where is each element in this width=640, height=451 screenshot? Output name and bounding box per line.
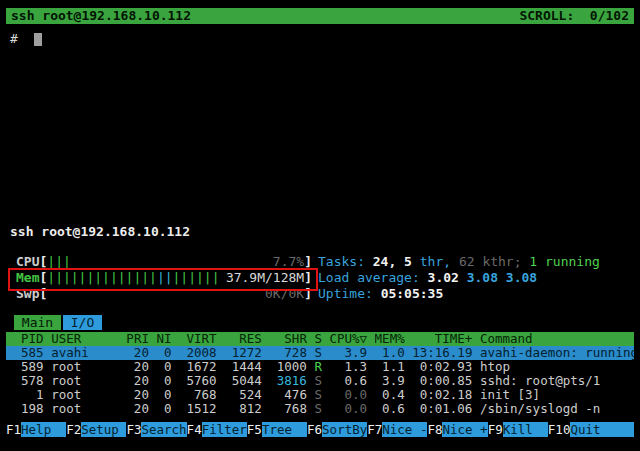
process-row[interactable]: 1root200768524476S0.00.40:02.18init [3] <box>6 388 634 402</box>
load-1min: 3.02 <box>428 270 467 285</box>
fkey-label-f5[interactable]: Tree <box>262 422 307 437</box>
process-row[interactable]: 589root200167214441000R1.31.10:02.93htop <box>6 360 634 374</box>
tasks-running: 1 running <box>529 254 599 269</box>
cell-ni: 0 <box>156 346 171 360</box>
cell-pri: 20 <box>126 388 149 402</box>
terminal-window: { "top_pane": { "title": "ssh root@192.1… <box>0 0 640 451</box>
col-header-pri[interactable]: PRI <box>126 332 149 346</box>
col-header-user[interactable]: USER <box>51 332 119 346</box>
cell-state: S <box>314 388 322 402</box>
cell-res: 5044 <box>224 374 262 388</box>
cell-cpu: 1.3 <box>329 360 367 374</box>
fkey-f7[interactable]: F7 <box>367 422 382 437</box>
cell-pid: 585 <box>14 346 44 360</box>
cell-state: S <box>314 402 322 416</box>
cell-time: 0:02.93 <box>412 360 472 374</box>
fkey-label-f2[interactable]: Setup <box>81 422 126 437</box>
cell-pid: 1 <box>14 388 44 402</box>
fkey-label-f1[interactable]: Help <box>21 422 66 437</box>
col-header-cpu[interactable]: CPU%▽ <box>329 332 367 346</box>
col-header-virt[interactable]: VIRT <box>179 332 217 346</box>
cell-res: 524 <box>224 388 262 402</box>
tab-io[interactable]: I/O <box>63 315 102 330</box>
cell-shr: 3816 <box>269 374 307 388</box>
load-label: Load average: <box>318 270 428 285</box>
fkey-f3[interactable]: F3 <box>126 422 141 437</box>
cell-pri: 20 <box>126 346 149 360</box>
bracket-close: ] <box>304 254 312 270</box>
cell-command: sshd: root@pts/1 <box>480 374 634 388</box>
swap-meter-caption: Swp <box>16 286 39 302</box>
cell-virt: 1672 <box>179 360 217 374</box>
cell-shr: 768 <box>269 402 307 416</box>
cell-shr: 728 <box>269 346 307 360</box>
cell-pid: 589 <box>14 360 44 374</box>
shell-prompt-line[interactable]: # <box>10 31 42 47</box>
fkey-f9[interactable]: F9 <box>488 422 503 437</box>
col-header-shr[interactable]: SHR <box>269 332 307 346</box>
uptime-label: Uptime: <box>318 286 381 301</box>
fkey-label-f9[interactable]: Kill <box>503 422 548 437</box>
process-row[interactable]: 578root200576050443816S0.63.90:00.85sshd… <box>6 374 634 388</box>
cell-mem: 1.1 <box>375 360 405 374</box>
cell-command: htop <box>480 360 634 374</box>
cell-time: 0:01.06 <box>412 402 472 416</box>
bottom-pane-title: ssh root@192.168.10.112 <box>10 224 190 239</box>
bracket-close: ] <box>304 270 312 286</box>
cell-state: S <box>314 346 322 360</box>
fkey-f1[interactable]: F1 <box>6 422 21 437</box>
cell-ni: 0 <box>156 360 171 374</box>
cell-mem: 0.4 <box>375 388 405 402</box>
cpu-meter-bars: ||| <box>47 254 70 269</box>
fkey-label-f8[interactable]: Nice + <box>442 422 487 437</box>
col-header-command[interactable]: Command <box>480 332 634 346</box>
tab-main[interactable]: Main <box>14 315 61 330</box>
fkey-f8[interactable]: F8 <box>427 422 442 437</box>
cell-pri: 20 <box>126 360 149 374</box>
process-row[interactable]: 585avahi20020081272728S3.91.013:16.19ava… <box>6 346 634 360</box>
cpu-meter: CPU[|||7.7%] <box>16 254 312 270</box>
fkey-label-f4[interactable]: Filter <box>202 422 247 437</box>
col-header-res[interactable]: RES <box>224 332 262 346</box>
fkey-f2[interactable]: F2 <box>66 422 81 437</box>
cell-cpu: 0.0 <box>329 388 367 402</box>
cell-ni: 0 <box>156 402 171 416</box>
swap-meter-value: 0K/0K <box>265 286 304 302</box>
process-row[interactable]: 198root2001512812768S0.00.60:01.06/sbin/… <box>6 402 634 416</box>
cell-user: root <box>51 402 119 416</box>
fkey-label-f7[interactable]: Nice - <box>382 422 427 437</box>
cell-state: S <box>314 374 322 388</box>
text-cursor <box>34 33 42 46</box>
cell-state: R <box>314 360 322 374</box>
tasks-thr-word: thr, <box>412 254 459 269</box>
cell-res: 1444 <box>224 360 262 374</box>
col-header-pid[interactable]: PID <box>14 332 44 346</box>
col-header-ni[interactable]: NI <box>156 332 171 346</box>
bracket-close: ] <box>304 286 312 302</box>
fkey-f6[interactable]: F6 <box>307 422 322 437</box>
fkey-f5[interactable]: F5 <box>247 422 262 437</box>
cell-res: 1272 <box>224 346 262 360</box>
cell-virt: 768 <box>179 388 217 402</box>
bracket-open: [ <box>39 254 47 270</box>
cell-time: 0:02.18 <box>412 388 472 402</box>
col-header-mem[interactable]: MEM% <box>375 332 405 346</box>
fkey-label-f10[interactable]: Quit <box>570 422 634 437</box>
cell-command: avahi-daemon: running <box>480 346 634 360</box>
fkey-f4[interactable]: F4 <box>187 422 202 437</box>
fkey-f10[interactable]: F10 <box>548 422 571 437</box>
cell-shr: 476 <box>269 388 307 402</box>
tasks-count: 24, <box>373 254 404 269</box>
load-5-15min: 3.08 3.08 <box>467 270 537 285</box>
cell-pid: 578 <box>14 374 44 388</box>
cell-virt: 2008 <box>179 346 217 360</box>
bracket-open: [ <box>39 286 47 302</box>
cpu-meter-value: 7.7% <box>273 254 304 270</box>
cell-pri: 20 <box>126 374 149 388</box>
col-header-time[interactable]: TIME+ <box>412 332 472 346</box>
uptime-value: 05:05:35 <box>381 286 444 301</box>
cell-time: 13:16.19 <box>412 346 472 360</box>
fkey-label-f6[interactable]: SortBy <box>322 422 367 437</box>
fkey-label-f3[interactable]: Search <box>141 422 186 437</box>
col-header-state[interactable]: S <box>314 332 322 346</box>
